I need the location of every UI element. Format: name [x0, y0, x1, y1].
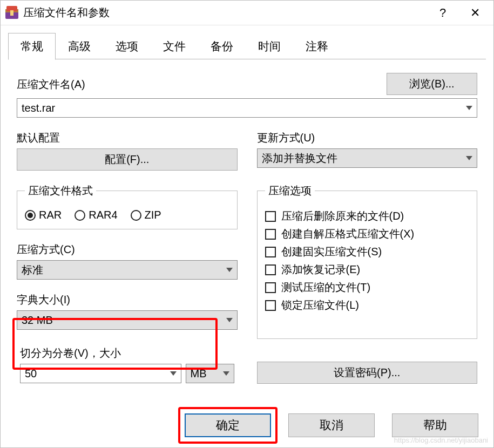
radio-icon: [25, 210, 36, 221]
tab-files[interactable]: 文件: [151, 33, 198, 60]
update-mode-select[interactable]: 添加并替换文件: [257, 148, 478, 168]
check-sfx[interactable]: 创建自解压格式压缩文件(X): [265, 227, 470, 241]
set-password-button[interactable]: 设置密码(P)...: [257, 362, 478, 384]
checkbox-icon: [265, 300, 276, 311]
radio-rar[interactable]: RAR: [25, 209, 62, 221]
dict-size-value: 32 MB: [22, 314, 53, 327]
check-label: 压缩后删除原来的文件(D): [281, 209, 404, 223]
chevron-down-icon: [466, 156, 472, 160]
checkbox-icon: [265, 282, 276, 293]
chevron-down-icon: [226, 318, 233, 322]
check-recovery[interactable]: 添加恢复记录(E): [265, 262, 470, 277]
compression-options-legend: 压缩选项: [265, 184, 315, 198]
check-label: 测试压缩的文件(T): [281, 280, 371, 295]
browse-button[interactable]: 浏览(B)...: [387, 73, 477, 95]
app-icon: [5, 6, 19, 20]
checkbox-icon: [265, 264, 276, 275]
split-unit-select[interactable]: MB: [186, 364, 234, 383]
cancel-button[interactable]: 取消: [288, 413, 375, 437]
tab-comment[interactable]: 注释: [293, 33, 341, 60]
radio-zip[interactable]: ZIP: [131, 209, 161, 221]
help-button[interactable]: ?: [427, 1, 459, 25]
profile-button[interactable]: 配置(F)...: [17, 148, 238, 171]
dict-size-label: 字典大小(I): [17, 293, 238, 307]
tab-options[interactable]: 选项: [103, 33, 151, 60]
check-label: 锁定压缩文件(L): [281, 298, 359, 313]
radio-icon: [131, 210, 141, 221]
titlebar: 压缩文件名和参数 ? ✕: [1, 1, 493, 25]
compression-method-value: 标准: [22, 263, 43, 277]
checkbox-icon: [265, 247, 276, 257]
tab-strip: 常规 高级 选项 文件 备份 时间 注释: [1, 25, 493, 60]
archive-name-value: test.rar: [22, 102, 55, 114]
svg-rect-3: [10, 10, 13, 16]
check-label: 添加恢复记录(E): [281, 262, 361, 277]
compression-method-select[interactable]: 标准: [17, 260, 238, 280]
ok-button[interactable]: 确定: [185, 413, 271, 437]
chevron-down-icon: [226, 268, 233, 272]
chevron-down-icon: [223, 371, 229, 376]
tab-panel-general: 压缩文件名(A) 浏览(B)... test.rar 默认配置 配置(F)...…: [1, 60, 493, 403]
archive-format-legend: 压缩文件格式: [25, 184, 96, 198]
update-mode-label: 更新方式(U): [257, 131, 478, 145]
compression-method-label: 压缩方式(C): [17, 242, 238, 257]
radio-icon: [75, 210, 85, 221]
archive-format-group: 压缩文件格式 RAR RAR4 ZIP: [17, 184, 238, 229]
split-size-value: 50: [25, 368, 37, 380]
dialog-window: 压缩文件名和参数 ? ✕ 常规 高级 选项 文件 备份 时间 注释 压缩文件名(…: [0, 0, 494, 448]
split-volume-label: 切分为分卷(V)，大小: [20, 346, 234, 361]
radio-rar-label: RAR: [39, 209, 62, 221]
split-size-input[interactable]: 50: [20, 364, 181, 383]
radio-rar4-label: RAR4: [89, 209, 117, 221]
archive-name-label: 压缩文件名(A): [17, 77, 367, 92]
help-button-footer[interactable]: 帮助: [392, 413, 478, 437]
tab-backup[interactable]: 备份: [198, 33, 246, 60]
check-solid[interactable]: 创建固实压缩文件(S): [265, 245, 470, 259]
tab-general[interactable]: 常规: [8, 33, 56, 60]
compression-options-group: 压缩选项 压缩后删除原来的文件(D) 创建自解压格式压缩文件(X) 创建固实压缩…: [257, 184, 478, 339]
dict-size-select[interactable]: 32 MB: [17, 310, 238, 330]
update-mode-value: 添加并替换文件: [262, 151, 337, 166]
check-delete-after[interactable]: 压缩后删除原来的文件(D): [265, 209, 470, 223]
checkbox-icon: [265, 211, 276, 222]
check-label: 创建固实压缩文件(S): [281, 245, 382, 259]
chevron-down-icon: [170, 371, 177, 376]
archive-name-input[interactable]: test.rar: [17, 98, 477, 118]
close-button[interactable]: ✕: [459, 1, 491, 25]
tab-underline: [8, 59, 486, 59]
split-unit-value: MB: [191, 368, 207, 380]
watermark: https://blog.csdn.net/yijiaobani: [394, 436, 488, 444]
profile-label: 默认配置: [17, 131, 238, 145]
check-lock[interactable]: 锁定压缩文件(L): [265, 298, 470, 313]
check-label: 创建自解压格式压缩文件(X): [281, 227, 415, 241]
checkbox-icon: [265, 229, 276, 240]
check-test[interactable]: 测试压缩的文件(T): [265, 280, 470, 295]
tab-advanced[interactable]: 高级: [56, 33, 103, 60]
chevron-down-icon: [466, 106, 472, 110]
radio-zip-label: ZIP: [145, 209, 161, 221]
radio-rar4[interactable]: RAR4: [75, 209, 117, 221]
dialog-title: 压缩文件名和参数: [23, 5, 427, 20]
tab-time[interactable]: 时间: [246, 33, 293, 60]
